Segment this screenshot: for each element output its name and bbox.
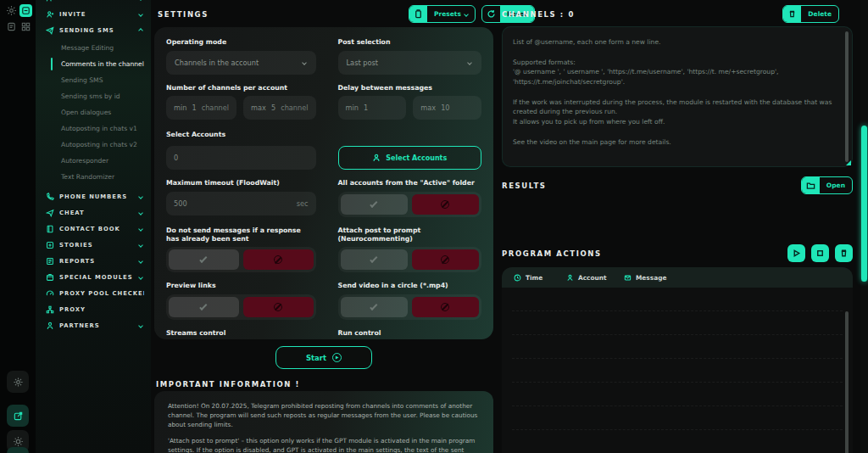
select-accounts-button[interactable]: Select Accounts xyxy=(338,146,481,170)
run-control-toggle-label: Run control xyxy=(338,329,481,338)
settings-gear-icon[interactable] xyxy=(7,371,29,393)
chevron-down-icon xyxy=(138,243,143,248)
table-header-row: Time Account Message xyxy=(502,267,853,288)
sidebar-item-stories[interactable]: STORIES xyxy=(36,237,151,253)
clipboard-icon xyxy=(409,6,427,22)
start-button[interactable]: Start xyxy=(275,346,372,369)
preview-links-toggle xyxy=(166,294,316,320)
toggle-off-segment[interactable] xyxy=(243,297,314,317)
toggle-off-segment[interactable] xyxy=(412,249,479,270)
channels-min-input[interactable]: min 1 channel xyxy=(166,96,236,120)
submenu-item-autoposting-v2[interactable]: Autoposting in chats v2 xyxy=(36,137,151,153)
channels-list-textarea[interactable] xyxy=(503,27,852,166)
submenu-item-open-dialogues[interactable]: Open dialogues xyxy=(36,104,151,120)
toggle-off-segment[interactable] xyxy=(412,297,479,317)
paper-plane-icon xyxy=(46,26,54,35)
book-icon xyxy=(46,225,54,233)
settings-title: SETTINGS xyxy=(158,10,209,19)
sidebar-item-sending-sms[interactable]: SENDING SMS xyxy=(36,22,151,38)
delay-max-input[interactable]: max 10 xyxy=(413,96,481,120)
operating-mode-select[interactable]: Channels in the account xyxy=(166,51,316,75)
post-selection-value: Last post xyxy=(347,59,378,67)
toggle-on-segment[interactable] xyxy=(341,194,408,215)
toggle-on-segment[interactable] xyxy=(341,297,408,317)
preview-links-toggle-label: Preview links xyxy=(166,282,316,290)
person-icon xyxy=(372,154,381,162)
delete-button[interactable]: Delete xyxy=(782,5,839,23)
toggle-on-segment[interactable] xyxy=(341,249,408,270)
sidebar-item-collect-audience[interactable]: COLLECT AUDIENCE xyxy=(36,0,151,6)
play-circle-icon xyxy=(332,353,342,362)
folder-icon xyxy=(802,177,820,193)
important-paragraph: Attention! On 20.07.2025, Telegram prohi… xyxy=(168,402,480,430)
send-icon xyxy=(46,209,54,217)
open-results-button[interactable]: Open xyxy=(801,176,853,194)
submenu-item-comments-in-the-channel[interactable]: Comments in the channel xyxy=(36,56,151,72)
sidebar-item-partners[interactable]: PARTNERS xyxy=(36,317,151,333)
sidebar-item-contact-book[interactable]: CONTACT BOOK xyxy=(36,221,151,237)
app-logo-icon[interactable] xyxy=(19,4,32,17)
page-scrollbar-track[interactable] xyxy=(860,0,868,453)
max-prefix: max xyxy=(251,103,266,112)
submenu-item-sending-sms[interactable]: Sending SMS xyxy=(36,72,151,88)
toggle-on-segment[interactable] xyxy=(169,249,239,270)
column-header-account: Account xyxy=(578,274,607,282)
report-icon xyxy=(46,257,54,266)
presets-button[interactable]: Presets xyxy=(409,5,476,23)
play-button[interactable] xyxy=(787,244,805,262)
important-info-card: Attention! On 20.07.2025, Telegram prohi… xyxy=(154,391,493,453)
textarea-scrollbar[interactable] xyxy=(845,31,849,162)
block-icon xyxy=(441,255,449,264)
clock-icon xyxy=(514,274,521,282)
toggle-off-segment[interactable] xyxy=(412,194,479,215)
post-selection-label: Post selection xyxy=(338,38,481,47)
submenu-item-autoposting-v1[interactable]: Autoposting in chats v1 xyxy=(36,120,151,137)
edit-icon[interactable] xyxy=(7,405,29,427)
sidebar-item-proxy-pool-checker[interactable]: PROXY POOL CHECKER xyxy=(36,285,151,301)
clear-log-button[interactable] xyxy=(835,244,853,262)
sidebar-item-special-modules[interactable]: SPECIAL MODULES xyxy=(36,269,151,285)
delay-label: Delay between messages xyxy=(338,84,481,92)
check-icon xyxy=(199,255,207,263)
streams-control-toggle-label: Streams control xyxy=(166,329,316,338)
toggle-on-segment[interactable] xyxy=(169,297,239,317)
submenu-item-text-randomizer[interactable]: Text Randomizer xyxy=(36,169,151,185)
notes-icon[interactable] xyxy=(5,20,18,33)
sidebar-item-cheat[interactable]: CHEAT xyxy=(36,204,151,221)
block-icon xyxy=(441,303,449,311)
chevron-down-icon xyxy=(302,60,307,65)
gear-icon[interactable] xyxy=(5,4,18,17)
channels-per-account-label: Number of channels per account xyxy=(166,84,316,92)
program-actions-title: PROGRAM ACTIONS xyxy=(502,249,602,258)
stop-button[interactable] xyxy=(811,244,829,262)
results-title: RESULTS xyxy=(502,182,547,190)
sidebar-item-phone-numbers[interactable]: PHONE NUMBERS xyxy=(36,188,151,204)
accounts-count-value: 0 xyxy=(174,154,178,162)
no-resend-toggle-label: Do not send messages if a response has a… xyxy=(166,226,316,243)
table-scrollbar[interactable] xyxy=(845,311,849,453)
active-folder-toggle-label: All accounts from the "Active" folder xyxy=(338,179,481,187)
sidebar-item-proxy[interactable]: PROXY xyxy=(36,301,151,317)
module-box-icon xyxy=(46,273,54,282)
envelope-icon xyxy=(624,274,632,282)
check-icon xyxy=(370,303,377,310)
apps-grid-icon[interactable] xyxy=(19,20,32,33)
toggle-off-segment[interactable] xyxy=(243,249,314,270)
attach-post-toggle xyxy=(338,247,481,272)
accounts-count-input[interactable]: 0 xyxy=(166,146,316,170)
reset-icon xyxy=(482,6,500,22)
submenu-item-message-editing[interactable]: Message Editing xyxy=(36,40,151,56)
sidebar-item-reports[interactable]: REPORTS xyxy=(36,253,151,269)
timeout-input[interactable]: 500 sec xyxy=(166,192,316,215)
page-scrollbar-thumb[interactable] xyxy=(861,126,867,282)
submenu-item-sending-sms-by-id[interactable]: Sending sms by id xyxy=(36,88,151,104)
check-icon xyxy=(370,200,377,208)
post-selection-select[interactable]: Last post xyxy=(338,51,481,75)
sidebar-item-invite[interactable]: INVITE xyxy=(36,6,151,22)
max-prefix: max xyxy=(420,103,436,112)
icon-rail xyxy=(0,0,36,453)
channels-max-input[interactable]: max 5 channel xyxy=(243,96,315,120)
delay-min-input[interactable]: min 1 xyxy=(338,96,407,120)
submenu-item-autoresponder[interactable]: Autoresponder xyxy=(36,153,151,169)
stats-icon[interactable] xyxy=(7,447,29,453)
